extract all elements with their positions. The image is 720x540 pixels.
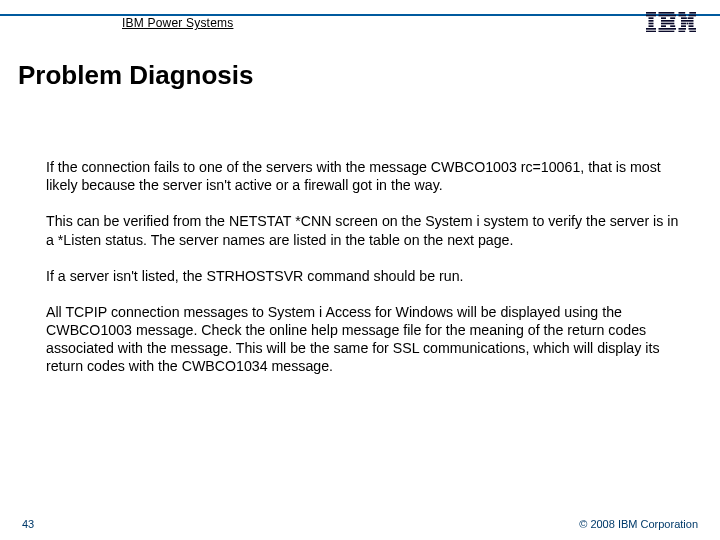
svg-rect-25 [681,23,686,25]
svg-rect-6 [646,28,656,30]
svg-rect-15 [670,25,675,27]
svg-rect-21 [689,15,697,17]
svg-rect-5 [649,25,654,27]
svg-rect-23 [688,17,694,19]
svg-rect-33 [689,31,696,32]
paragraph-3: If a server isn't listed, the STRHOSTSVR… [46,267,680,285]
svg-rect-27 [689,23,694,25]
svg-rect-1 [646,15,656,17]
svg-rect-26 [687,23,689,25]
svg-rect-20 [679,15,687,17]
svg-rect-8 [659,12,675,14]
svg-rect-18 [679,12,686,14]
ibm-logo-icon [644,12,698,36]
paragraph-4: All TCPIP connection messages to System … [46,303,680,376]
copyright-label: © 2008 IBM Corporation [579,518,698,530]
paragraph-1: If the connection fails to one of the se… [46,158,680,194]
svg-rect-14 [661,25,666,27]
svg-rect-31 [689,28,697,30]
svg-rect-30 [679,28,687,30]
slide-title: Problem Diagnosis [18,60,254,91]
svg-rect-4 [649,23,654,25]
svg-rect-12 [661,20,674,22]
svg-rect-3 [649,20,654,22]
svg-rect-13 [661,23,674,25]
svg-rect-28 [681,25,686,27]
svg-rect-10 [661,17,666,19]
svg-rect-19 [689,12,696,14]
slide-header: IBM Power Systems [0,14,720,38]
svg-rect-9 [659,15,677,17]
slide-body: If the connection fails to one of the se… [46,158,680,394]
svg-rect-24 [681,20,694,22]
header-rule [0,14,720,16]
slide: IBM Power Systems [0,0,720,540]
svg-rect-22 [681,17,687,19]
svg-rect-0 [646,12,656,14]
paragraph-2: This can be verified from the NETSTAT *C… [46,212,680,248]
svg-rect-11 [670,17,675,19]
page-number: 43 [22,518,34,530]
svg-rect-17 [659,31,675,32]
svg-rect-16 [659,28,677,30]
product-line-label: IBM Power Systems [122,16,233,30]
slide-footer: 43 © 2008 IBM Corporation [0,510,720,530]
svg-rect-7 [646,31,656,32]
svg-rect-2 [649,17,654,19]
svg-rect-32 [679,31,686,32]
svg-rect-29 [689,25,694,27]
